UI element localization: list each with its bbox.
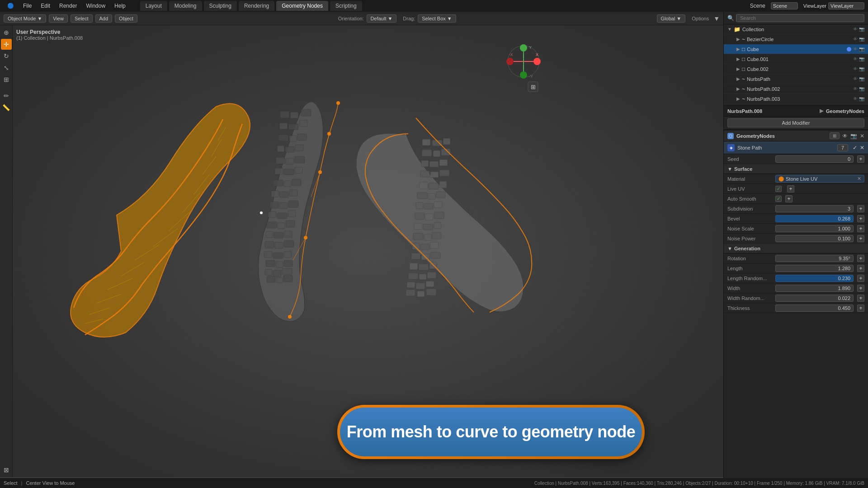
menu-file[interactable]: File — [19, 2, 35, 10]
thickness-value[interactable]: 0.450 — [775, 305, 854, 312]
width-random-value[interactable]: 0.022 — [775, 295, 854, 302]
length-add-btn[interactable]: + — [857, 265, 864, 272]
svg-text:Y: Y — [529, 45, 532, 50]
seed-add-btn[interactable]: + — [857, 155, 864, 163]
outliner-item-nurbspath[interactable]: ▶ ~ NurbsPath 👁 📷 — [724, 74, 868, 84]
svg-rect-85 — [419, 264, 429, 270]
add-menu[interactable]: Add — [95, 14, 113, 23]
svg-rect-111 — [420, 171, 429, 177]
viewlayer-value[interactable]: ViewLayer — [828, 2, 864, 9]
auto-smooth-checkbox[interactable]: ✓ — [775, 196, 782, 202]
tool-annotate[interactable]: ✏ — [1, 90, 12, 101]
length-random-add-btn[interactable]: + — [857, 275, 864, 282]
noise-power-value[interactable]: 0.100 — [775, 235, 854, 242]
length-random-row: Length Random... 0.230 + — [724, 273, 868, 283]
add-modifier-button[interactable]: Add Modifier — [727, 118, 864, 127]
node-group-browse[interactable]: ✕ — [860, 145, 864, 151]
svg-rect-52 — [286, 158, 294, 164]
modifier-toggle[interactable]: ⊞ — [830, 132, 840, 139]
menu-render[interactable]: Render — [56, 2, 80, 10]
tool-measure[interactable]: 📏 — [1, 102, 12, 113]
view-menu[interactable]: View — [49, 14, 68, 23]
noise-power-add-btn[interactable]: + — [857, 235, 864, 242]
outliner-item-nurbspath002[interactable]: ▶ ~ NurbsPath.002 👁 📷 — [724, 84, 868, 94]
bevel-value[interactable]: 0.268 — [775, 215, 854, 222]
tool-scale[interactable]: ⤡ — [1, 62, 12, 73]
tool-cursor[interactable]: ⊕ — [1, 27, 12, 38]
node-group-edit[interactable]: ✓ — [853, 145, 857, 151]
bevel-add-btn[interactable]: + — [857, 215, 864, 222]
width-value[interactable]: 1.890 — [775, 285, 854, 292]
viewport-3d[interactable]: User Perspective (1) Collection | NurbsP… — [13, 25, 723, 477]
tool-move[interactable]: ✛ — [1, 39, 12, 50]
svg-rect-110 — [439, 181, 447, 188]
thickness-label: Thickness — [727, 305, 773, 311]
svg-rect-78 — [407, 282, 415, 288]
tool-cube-add[interactable]: ⊠ — [1, 465, 12, 475]
object-mode-dropdown[interactable]: Object Mode ▼ — [4, 14, 46, 23]
collection-icon: 📁 — [734, 26, 741, 33]
auto-smooth-add-btn[interactable]: + — [785, 195, 793, 202]
live-uv-add-btn[interactable]: + — [787, 185, 794, 192]
svg-point-127 — [506, 58, 514, 65]
object-menu[interactable]: Object — [115, 14, 137, 23]
menu-edit[interactable]: Edit — [37, 2, 54, 10]
scene-value[interactable]: Scene — [771, 2, 798, 9]
live-uv-checkbox[interactable]: ✓ — [775, 186, 783, 192]
svg-rect-122 — [443, 138, 450, 145]
subdivision-value[interactable]: 3 — [775, 205, 854, 212]
select-menu[interactable]: Select — [71, 14, 93, 23]
svg-rect-28 — [275, 242, 283, 249]
outliner-item-cube[interactable]: ▶ □ Cube 👁 📷 — [724, 44, 868, 54]
svg-rect-16 — [276, 277, 283, 283]
svg-rect-84 — [410, 263, 418, 270]
expand-icon-nurbs002: ▶ — [736, 86, 740, 91]
rotation-add-btn[interactable]: + — [857, 255, 864, 262]
tool-transform[interactable]: ⊞ — [1, 74, 12, 85]
outliner-item-cube002[interactable]: ▶ □ Cube.002 👁 📷 — [724, 64, 868, 74]
modifier-visibility[interactable]: 👁 — [842, 133, 848, 139]
tab-scripting[interactable]: Scripting — [330, 1, 362, 11]
status-bar: Select | Center View to Mouse Collection… — [0, 478, 868, 488]
tab-sculpting[interactable]: Sculpting — [204, 1, 237, 11]
svg-rect-19 — [273, 270, 281, 277]
menu-window[interactable]: Window — [82, 2, 109, 10]
width-random-add-btn[interactable]: + — [857, 295, 864, 302]
svg-rect-113 — [439, 170, 449, 176]
svg-rect-97 — [423, 224, 433, 230]
seed-value[interactable]: 0 — [775, 155, 854, 163]
modifier-render[interactable]: 📷 — [850, 133, 857, 139]
modifier-close[interactable]: ✕ — [860, 133, 864, 139]
length-random-value[interactable]: 0.230 — [775, 275, 854, 282]
svg-rect-75 — [406, 290, 415, 296]
cube001-actions: 👁 📷 — [853, 56, 864, 61]
drag-dropdown[interactable]: Select Box ▼ — [418, 14, 456, 23]
material-value[interactable]: ⬤ Stone Live UV ✕ — [775, 175, 864, 183]
svg-text:-Y: -Y — [529, 74, 533, 79]
tab-animation[interactable]: Rendering — [239, 1, 274, 11]
orientation-dropdown[interactable]: Default ▼ — [367, 14, 397, 23]
svg-rect-96 — [414, 223, 422, 230]
width-add-btn[interactable]: + — [857, 285, 864, 292]
length-value[interactable]: 1.280 — [775, 265, 854, 272]
outliner-item-nurbspath003[interactable]: ▶ ~ NurbsPath.003 👁 📷 — [724, 94, 868, 104]
tool-rotate[interactable]: ↻ — [1, 51, 12, 61]
menu-blender[interactable]: 🔵 — [4, 2, 18, 10]
outliner-item-collection[interactable]: ▼ 📁 Collection 👁 📷 — [724, 24, 868, 34]
rotation-value[interactable]: 9.35° — [775, 255, 854, 262]
seed-label: Seed — [727, 156, 773, 162]
noise-scale-add-btn[interactable]: + — [857, 225, 864, 232]
tab-modeling[interactable]: Modeling — [169, 1, 202, 11]
center-view-label: Center View to Mouse — [26, 480, 75, 486]
material-close[interactable]: ✕ — [857, 176, 861, 182]
noise-scale-value[interactable]: 1.000 — [775, 225, 854, 232]
tab-layout[interactable]: Layout — [140, 1, 167, 11]
thickness-add-btn[interactable]: + — [857, 305, 864, 312]
outliner-search-input[interactable] — [736, 14, 864, 22]
outliner-item-cube001[interactable]: ▶ □ Cube.001 👁 📷 — [724, 54, 868, 64]
global-dropdown[interactable]: Global ▼ — [657, 14, 686, 23]
subdivision-add-btn[interactable]: + — [857, 205, 864, 212]
outliner-item-beziercircle[interactable]: ▶ ~ BezierCircle 👁 📷 — [724, 34, 868, 44]
menu-help[interactable]: Help — [111, 2, 129, 10]
tab-geometry-nodes[interactable]: Geometry Nodes — [276, 1, 328, 11]
